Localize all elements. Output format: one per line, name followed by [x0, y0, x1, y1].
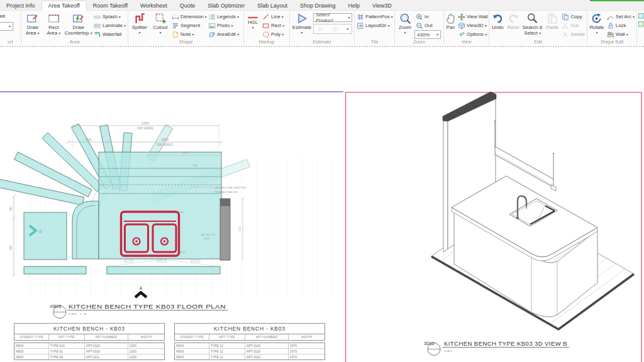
tab-slab-optimizer[interactable]: Slab Optimizer	[201, 1, 251, 10]
laminate-label: Laminate	[103, 23, 123, 28]
tab-view3d[interactable]: View3D	[366, 1, 398, 10]
lock-label: Lock	[616, 23, 626, 28]
cell: APT-0102	[85, 343, 128, 348]
draw-countertop-icon	[72, 13, 84, 25]
table-header-row: JOINERY TYPE APT TYPE APT NUMBER WIDTH	[14, 334, 165, 341]
zoom-out-button[interactable]: Out	[414, 21, 441, 30]
draw-countertop-label: Draw Countertop	[65, 25, 89, 36]
layout-dir-button[interactable]: LayoutDir▾	[355, 21, 394, 30]
view3d-viewport[interactable]: 3D02 KITCHEN BENCH TYPE KB03 3D VIEW B S…	[345, 48, 644, 362]
markup-poly-button[interactable]: Poly▾	[261, 30, 286, 38]
ribbon-group-zoom: Zoom ▾ In Out 430% ▾ Zoom	[395, 11, 444, 46]
lock-button[interactable]: Lock	[606, 21, 636, 30]
note-button[interactable]: Note▾	[170, 30, 207, 38]
photo-button[interactable]: Photo▾	[207, 21, 242, 30]
zoom-level-combo[interactable]: 430% ▾	[414, 30, 441, 39]
dimension-button[interactable]: Dimension▾	[170, 13, 207, 21]
legends-button[interactable]: Legends▾	[207, 13, 242, 21]
ribbon-group-view: Pan View Wall View3D▾ Options▾ View	[444, 11, 489, 46]
hgl-button[interactable]: HGL ▾	[245, 12, 261, 30]
svg-text:B: B	[39, 229, 42, 234]
view3d-button[interactable]: View3D▾	[457, 21, 489, 30]
bench-front-strip-right[interactable]	[107, 266, 220, 274]
redo-icon	[508, 13, 519, 25]
select-product-combo[interactable]: Select Product ▾	[313, 13, 352, 22]
draw-area-button[interactable]: Draw Area ▾	[22, 12, 43, 36]
scale-button[interactable]: Scale	[0, 12, 13, 20]
scale-combo[interactable]: : 20 ▾	[0, 22, 13, 31]
window-accent-bar	[590, 0, 644, 1]
floor-plan-viewport[interactable]: B 2200 DIM VARIES 400 1800 DIM VARIES 18…	[0, 48, 345, 362]
pattern-pos-button[interactable]: PatternPos▾	[355, 13, 394, 21]
cutout-button[interactable]: Cutout ▾	[150, 12, 170, 35]
chevron-down-icon: ▾	[485, 24, 487, 28]
tab-project-info[interactable]: Project Info	[0, 1, 42, 10]
group-label-shape: Shape	[128, 39, 243, 46]
group-label-zoom: Zoom	[395, 39, 443, 46]
clipped-tool-icon[interactable]	[638, 21, 644, 28]
appliance-panel-dark[interactable]	[220, 199, 230, 260]
markup-line-button[interactable]: Line▾	[261, 13, 286, 21]
splitter-button[interactable]: Splitter ▾	[129, 12, 150, 35]
cut-button[interactable]: Cut	[560, 21, 586, 30]
drawing-canvas[interactable]: B 2200 DIM VARIES 400 1800 DIM VARIES 18…	[0, 48, 644, 362]
splitter-label: Splitter	[132, 25, 147, 30]
waterfall-button[interactable]: Waterfall	[92, 30, 127, 38]
tab-area-takeoff[interactable]: Area Takeoff	[42, 1, 87, 11]
area-edit-button[interactable]: AreaEdit▾	[207, 30, 242, 38]
hgl-label: HGL	[248, 20, 258, 26]
bench-front-strip-left[interactable]	[24, 266, 86, 274]
draw-countertop-button[interactable]: Draw Countertop ▾	[64, 12, 92, 36]
bench-main-area[interactable]	[99, 152, 221, 259]
tab-shop-drawing[interactable]: Shop Drawing	[294, 1, 342, 10]
rect-label: Rect	[271, 23, 281, 28]
chevron-down-icon[interactable]: ▾	[347, 27, 348, 31]
rect-area-button[interactable]: Rect Area ▾	[43, 12, 65, 36]
options-button[interactable]: Options▾	[457, 30, 489, 38]
wall-button[interactable]: Wall▾	[606, 30, 636, 38]
set-arc-icon	[607, 13, 614, 21]
col-header: WIDTH	[128, 334, 164, 340]
tab-room-takeoff[interactable]: Room Takeoff	[87, 1, 134, 10]
redo-button[interactable]: Redo	[506, 12, 521, 31]
splash-button[interactable]: Splash▾	[92, 13, 127, 21]
delete-button[interactable]: Delete	[560, 30, 586, 38]
tab-slab-layout[interactable]: Slab Layout	[251, 1, 294, 10]
tab-quote[interactable]: Quote	[174, 1, 202, 10]
laminate-button[interactable]: Laminate▾	[92, 21, 127, 30]
ribbon-group-edit: Undo Redo Search & Select ▾ Paste Copy	[489, 11, 587, 46]
paste-button[interactable]: Paste	[544, 12, 561, 31]
undo-button[interactable]: Undo	[490, 12, 506, 31]
clipped-tool-icon[interactable]	[638, 13, 644, 20]
table-row: KB03TYPE 12APT-31182570	[175, 343, 325, 349]
cell: APT-1111	[85, 354, 128, 359]
estimate-button[interactable]: Estimate ▾	[291, 12, 313, 35]
set-arc-button[interactable]: Set Arc▾	[606, 13, 636, 21]
chevron-down-icon: ▾	[252, 26, 253, 30]
zoom-in-button[interactable]: In	[414, 13, 441, 21]
zoom-label: Zoom	[399, 25, 411, 31]
rotate-button[interactable]: Rotate ▾	[588, 12, 606, 35]
cell: TYPE 01	[49, 349, 85, 354]
tab-worksheet[interactable]: Worksheet	[134, 1, 174, 10]
dimension-label: Dimension	[180, 14, 204, 19]
chevron-down-icon: ▾	[404, 31, 406, 35]
pan-button[interactable]: Pan	[445, 12, 457, 31]
estimate-settings-gear-icon[interactable]	[331, 25, 339, 33]
run-estimate-icon[interactable]	[317, 25, 325, 33]
segment-button[interactable]: Segment	[170, 21, 207, 30]
cell: TYPE 12	[209, 349, 245, 354]
view-wall-button[interactable]: View Wall	[457, 13, 489, 21]
note-icon	[172, 31, 179, 38]
view3d-label: View3D	[467, 23, 484, 28]
tab-help[interactable]: Help	[341, 1, 366, 10]
copy-button[interactable]: Copy	[560, 13, 586, 21]
zoom-button[interactable]: Zoom ▾	[396, 12, 414, 35]
search-select-button[interactable]: Search & Select ▾	[521, 12, 544, 36]
markup-rect-button[interactable]: Rect▾	[261, 21, 286, 30]
bench-curved-return[interactable]	[72, 201, 99, 259]
chevron-down-icon: ▾	[485, 33, 487, 36]
cell: KB03	[175, 349, 209, 354]
chevron-down-icon: ▾	[159, 31, 161, 35]
zoom-level-value: 430%	[417, 32, 430, 38]
